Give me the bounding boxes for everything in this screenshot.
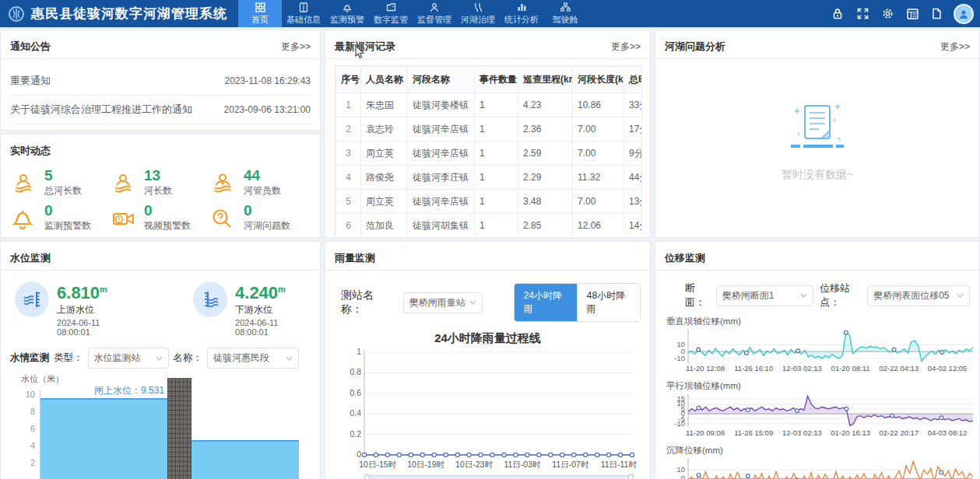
water-time: 2024-06-11 08:00:01 bbox=[57, 318, 132, 337]
problems-more-link[interactable]: 更多>> bbox=[940, 40, 970, 54]
gear-icon[interactable] bbox=[882, 8, 894, 20]
nav-item-chart[interactable]: 统计分析 bbox=[500, 0, 543, 27]
nav-item-river[interactable]: 河湖治理 bbox=[456, 0, 500, 27]
svg-text:04-03 08:12: 04-03 08:12 bbox=[928, 428, 968, 437]
person-waves-tie-icon bbox=[211, 172, 236, 195]
middle-column: 最新巡河记录 更多>> 序号人员名称河段名称事件数量巡查里程(km)河段长度(k… bbox=[325, 30, 651, 479]
rain-chart: 10.80.60.40.2010日-15时10日-19时10日-23时11日-0… bbox=[335, 346, 640, 470]
water-type-select[interactable]: 水位监测站 bbox=[88, 348, 169, 369]
notice-item[interactable]: 关于徒骇河综合治理工程推进工作的通知2023-09-06 13:21:00 bbox=[10, 96, 311, 124]
panel-realtime: 实时动态 5总河长数13河长数44河管员数0监测预警数0视频预警数0河湖问题数 bbox=[0, 134, 321, 238]
rain-chart-title: 24小时降雨量过程线 bbox=[335, 331, 641, 346]
notice-text: 关于徒骇河综合治理工程推进工作的通知 bbox=[10, 103, 192, 117]
rain-station-value: 樊桥闸雨量站 bbox=[409, 296, 465, 309]
nav-item-grid[interactable]: 首页 bbox=[238, 0, 282, 27]
stat-河长数: 13河长数 bbox=[111, 166, 211, 201]
nav-item-sitemap[interactable]: 驾驶舱 bbox=[543, 0, 587, 27]
table-row[interactable]: 5周立英徒骇河辛店镇13.487.0013分2 bbox=[336, 190, 643, 214]
nav-item-doc[interactable]: 基础信息 bbox=[282, 0, 325, 27]
displacement-title: 位移监测 bbox=[665, 251, 705, 265]
cell: 7.00 bbox=[573, 142, 624, 166]
table-row[interactable]: 7袁志玲徒骇河辛店镇12.647.0011分5 bbox=[336, 238, 643, 239]
svg-text:0: 0 bbox=[357, 449, 361, 459]
col-header: 事件数量 bbox=[475, 67, 518, 93]
zoom-handle-left[interactable] bbox=[364, 474, 370, 479]
downstream-water bbox=[191, 440, 299, 479]
stat-河管员数: 44河管员数 bbox=[211, 166, 311, 201]
svg-text:11日-07时: 11日-07时 bbox=[552, 460, 589, 469]
section-label: 断面： bbox=[685, 281, 710, 309]
cell: 1 bbox=[475, 190, 518, 214]
zoom-handle-right[interactable] bbox=[628, 474, 634, 479]
gauge-down-icon bbox=[193, 281, 227, 317]
nav-item-folder[interactable]: 数字监管 bbox=[369, 0, 413, 27]
stat-label: 监测预警数 bbox=[44, 220, 91, 231]
fullscreen-icon[interactable] bbox=[857, 8, 869, 20]
svg-text:0.2: 0.2 bbox=[349, 429, 361, 439]
svg-text:1: 1 bbox=[357, 347, 361, 356]
tab-48小时降雨[interactable]: 48小时降雨 bbox=[577, 284, 640, 321]
person-waves-icon bbox=[12, 172, 37, 195]
disp-chart-label: 平行坝轴位移(mm) bbox=[666, 380, 970, 392]
displacement-controls: 断面： 樊桥闸断面1 位移站点： 樊桥闸表面位移05 bbox=[685, 281, 970, 309]
cell: 1 bbox=[475, 166, 518, 190]
rain-station-select[interactable]: 樊桥闸雨量站 bbox=[403, 292, 483, 313]
cell: 徒骇河辛店镇 bbox=[408, 190, 475, 214]
app-title: 惠民县徒骇河数字河湖管理系统 bbox=[31, 5, 227, 23]
col-header: 序号 bbox=[336, 67, 361, 93]
cell: 12.06 bbox=[573, 214, 624, 238]
nav-label: 首页 bbox=[251, 14, 269, 26]
table-row[interactable]: 4路俊尧徒骇河李庄镇12.2911.3244分1 bbox=[336, 166, 643, 190]
table-row[interactable]: 3周立英徒骇河辛店镇12.597.009分25 bbox=[336, 142, 643, 166]
ytick: 6 bbox=[16, 424, 35, 433]
chart-zoom-slider[interactable] bbox=[364, 475, 634, 479]
tab-24小时降雨[interactable]: 24小时降雨 bbox=[515, 284, 577, 321]
stat-value: 0 bbox=[244, 204, 290, 218]
svg-text:0.8: 0.8 bbox=[349, 367, 361, 376]
patrol-more-link[interactable]: 更多>> bbox=[611, 40, 641, 54]
upstream-water bbox=[40, 398, 167, 479]
cell: 袁志玲 bbox=[361, 117, 408, 142]
cell: 3.48 bbox=[518, 190, 573, 214]
gauge-up-icon bbox=[15, 281, 49, 317]
stat-label: 河管员数 bbox=[244, 185, 281, 196]
water-value: 6.810m bbox=[57, 283, 107, 302]
patrol-title: 最新巡河记录 bbox=[335, 40, 395, 54]
svg-text:-10: -10 bbox=[674, 354, 685, 362]
disp-station-select[interactable]: 樊桥闸表面位移05 bbox=[867, 285, 970, 306]
water-stat-上游水位: 6.810m 上游水位 2024-06-11 08:00:01 bbox=[15, 281, 132, 337]
notices-more-link[interactable]: 更多>> bbox=[281, 40, 311, 54]
water-name-select[interactable]: 徒骇河惠民段 bbox=[207, 348, 299, 369]
ytick: 10 bbox=[16, 390, 35, 399]
table-row[interactable]: 2袁志玲徒骇河辛店镇12.367.0017分3 bbox=[336, 117, 643, 142]
nav-label: 基础信息 bbox=[286, 14, 321, 26]
panel-problems: 河湖问题分析 更多>> 暂时 bbox=[655, 30, 980, 238]
stat-value: 5 bbox=[44, 169, 82, 183]
svg-text:10日-23时: 10日-23时 bbox=[455, 460, 493, 469]
svg-text:10: 10 bbox=[676, 465, 685, 474]
lock-icon[interactable] bbox=[832, 8, 845, 20]
nav-item-bell[interactable]: 监测预警 bbox=[325, 0, 369, 27]
cell: 1 bbox=[475, 142, 518, 166]
nav-item-user[interactable]: 监督管理 bbox=[413, 0, 456, 27]
sitemap-icon bbox=[560, 2, 571, 12]
layout-icon[interactable] bbox=[907, 8, 919, 20]
water-time: 2024-06-11 08:00:01 bbox=[235, 318, 311, 337]
right-column: 河湖问题分析 更多>> 暂时 bbox=[655, 30, 980, 479]
water-name-label: 名称： bbox=[174, 351, 203, 365]
table-row[interactable]: 6范加良徒骇河胡集镇12.8512.0614分3 bbox=[336, 214, 643, 238]
panel-patrol: 最新巡河记录 更多>> 序号人员名称河段名称事件数量巡查里程(km)河段长度(k… bbox=[325, 30, 651, 238]
cell: 6 bbox=[336, 214, 361, 238]
cell: 徒骇河李庄镇 bbox=[408, 166, 475, 190]
left-column: 通知公告 更多>> 重要通知2023-11-08 16:29:43关于徒骇河综合… bbox=[0, 30, 321, 479]
notice-item[interactable]: 重要通知2023-11-08 16:29:43 bbox=[10, 67, 311, 96]
table-row[interactable]: 1朱忠国徒骇河姜楼镇14.2310.8633分7 bbox=[336, 93, 643, 117]
file-icon[interactable] bbox=[932, 8, 944, 20]
cell: 17分3 bbox=[624, 117, 643, 142]
divider bbox=[1, 58, 320, 59]
section-select[interactable]: 樊桥闸断面1 bbox=[716, 285, 813, 306]
user-avatar[interactable] bbox=[954, 4, 974, 24]
svg-text:12-03 02:13: 12-03 02:13 bbox=[782, 428, 822, 437]
gate-level-label: 闸上水位：9.531 bbox=[94, 384, 164, 397]
notices-title: 通知公告 bbox=[10, 40, 51, 54]
